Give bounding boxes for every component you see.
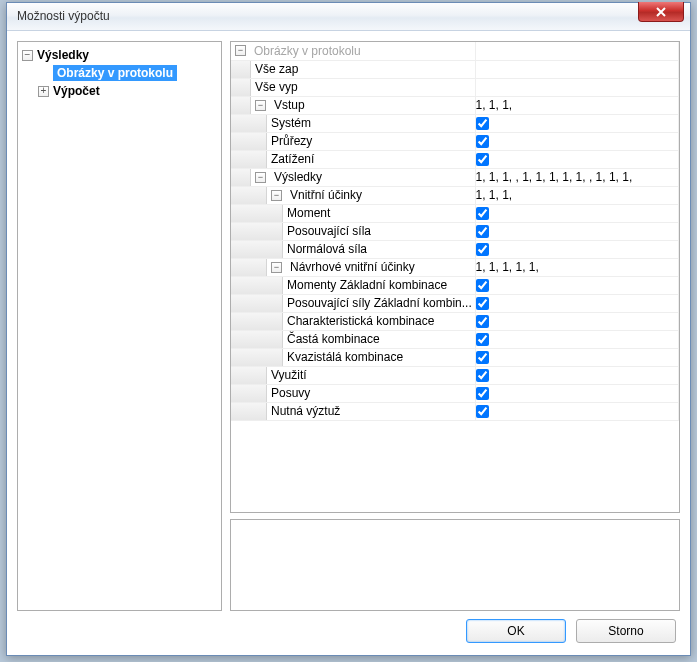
nav-selected-row[interactable]: Obrázky v protokolu (20, 64, 219, 82)
row-label: Průřezy (267, 134, 312, 148)
row-checkbox[interactable] (476, 153, 489, 166)
row-gutter (231, 115, 267, 132)
settings-grid[interactable]: − Obrázky v protokolu Vše zapVše vyp−Vst… (230, 41, 680, 513)
grid-header-label: Obrázky v protokolu (250, 44, 361, 58)
grid-row[interactable]: Vše zap (231, 60, 679, 78)
grid-row[interactable]: Vše vyp (231, 78, 679, 96)
grid-row[interactable]: Častá kombinace (231, 330, 679, 348)
row-gutter (231, 403, 267, 420)
row-label: Kvazistálá kombinace (283, 350, 403, 364)
expand-icon[interactable]: + (38, 86, 49, 97)
row-gutter (231, 241, 283, 258)
grid-row[interactable]: Kvazistálá kombinace (231, 348, 679, 366)
grid-row[interactable]: Systém (231, 114, 679, 132)
row-label: Vše vyp (251, 80, 298, 94)
grid-row[interactable]: −Vnitřní účinky1, 1, 1, (231, 186, 679, 204)
grid-header-row: − Obrázky v protokolu (231, 42, 679, 60)
collapse-icon[interactable]: − (271, 262, 282, 273)
row-value: 1, 1, 1, (476, 188, 513, 202)
grid-row[interactable]: Nutná výztuž (231, 402, 679, 420)
row-gutter (231, 277, 283, 294)
row-checkbox[interactable] (476, 369, 489, 382)
row-value: 1, 1, 1, 1, 1, (476, 260, 539, 274)
cancel-button[interactable]: Storno (576, 619, 676, 643)
row-label: Moment (283, 206, 330, 220)
row-checkbox[interactable] (476, 387, 489, 400)
grid-row[interactable]: Průřezy (231, 132, 679, 150)
row-label: Momenty Základní kombinace (283, 278, 447, 292)
row-gutter (231, 295, 283, 312)
row-checkbox[interactable] (476, 333, 489, 346)
client-area: − Výsledky Obrázky v protokolu + Výpočet… (17, 41, 680, 611)
grid-row[interactable]: Normálová síla (231, 240, 679, 258)
row-gutter (231, 223, 283, 240)
row-checkbox[interactable] (476, 315, 489, 328)
grid-row[interactable]: Charakteristická kombinace (231, 312, 679, 330)
grid-row[interactable]: −Návrhové vnitřní účinky1, 1, 1, 1, 1, (231, 258, 679, 276)
row-label: Posuvy (267, 386, 310, 400)
row-checkbox[interactable] (476, 297, 489, 310)
grid-row[interactable]: Moment (231, 204, 679, 222)
row-gutter (231, 169, 251, 186)
row-label: Nutná výztuž (267, 404, 340, 418)
grid-row[interactable]: Posouvající síly Základní kombin... (231, 294, 679, 312)
grid-table: − Obrázky v protokolu Vše zapVše vyp−Vst… (231, 42, 679, 421)
row-label: Posouvající síla (283, 224, 371, 238)
ok-button[interactable]: OK (466, 619, 566, 643)
nav-sub-label: Výpočet (53, 84, 100, 98)
row-gutter (231, 133, 267, 150)
close-button[interactable] (638, 2, 684, 22)
dialog-window: Možnosti výpočtu − Výsledky Obrázky v pr… (6, 2, 691, 656)
close-icon (656, 7, 666, 17)
row-gutter (231, 61, 251, 78)
row-gutter (231, 259, 267, 276)
row-gutter (231, 79, 251, 96)
row-gutter (231, 367, 267, 384)
grid-row[interactable]: −Vstup1, 1, 1, (231, 96, 679, 114)
row-label: Vstup (270, 98, 305, 112)
nav-sub-row[interactable]: + Výpočet (20, 82, 219, 100)
description-box (230, 519, 680, 611)
row-checkbox[interactable] (476, 117, 489, 130)
row-checkbox[interactable] (476, 405, 489, 418)
grid-row[interactable]: Zatížení (231, 150, 679, 168)
row-gutter (231, 97, 251, 114)
collapse-icon[interactable]: − (22, 50, 33, 61)
row-gutter (231, 385, 267, 402)
row-gutter (231, 151, 267, 168)
row-gutter (231, 187, 267, 204)
nav-tree[interactable]: − Výsledky Obrázky v protokolu + Výpočet (17, 41, 222, 611)
nav-root-row[interactable]: − Výsledky (20, 46, 219, 64)
grid-row[interactable]: Využití (231, 366, 679, 384)
row-checkbox[interactable] (476, 135, 489, 148)
button-bar: OK Storno (466, 619, 676, 645)
row-checkbox[interactable] (476, 243, 489, 256)
grid-row[interactable]: −Výsledky1, 1, 1, , 1, 1, 1, 1, 1, , 1, … (231, 168, 679, 186)
collapse-icon[interactable]: − (255, 100, 266, 111)
row-label: Vnitřní účinky (286, 188, 362, 202)
row-gutter (231, 205, 283, 222)
row-checkbox[interactable] (476, 207, 489, 220)
row-checkbox[interactable] (476, 351, 489, 364)
row-label: Charakteristická kombinace (283, 314, 434, 328)
collapse-icon[interactable]: − (271, 190, 282, 201)
grid-row[interactable]: Momenty Základní kombinace (231, 276, 679, 294)
row-checkbox[interactable] (476, 225, 489, 238)
row-label: Normálová síla (283, 242, 367, 256)
titlebar: Možnosti výpočtu (7, 3, 690, 31)
row-gutter (231, 331, 283, 348)
row-label: Posouvající síly Základní kombin... (283, 296, 472, 310)
row-value: 1, 1, 1, (476, 98, 513, 112)
collapse-icon[interactable]: − (255, 172, 266, 183)
grid-row[interactable]: Posouvající síla (231, 222, 679, 240)
row-label: Vše zap (251, 62, 298, 76)
right-panel: − Obrázky v protokolu Vše zapVše vyp−Vst… (230, 41, 680, 611)
nav-root-label: Výsledky (37, 48, 89, 62)
collapse-icon[interactable]: − (235, 45, 246, 56)
row-label: Častá kombinace (283, 332, 380, 346)
grid-row[interactable]: Posuvy (231, 384, 679, 402)
row-value: 1, 1, 1, , 1, 1, 1, 1, 1, , 1, 1, 1, (476, 170, 633, 184)
row-label: Zatížení (267, 152, 314, 166)
row-checkbox[interactable] (476, 279, 489, 292)
row-label: Využití (267, 368, 307, 382)
